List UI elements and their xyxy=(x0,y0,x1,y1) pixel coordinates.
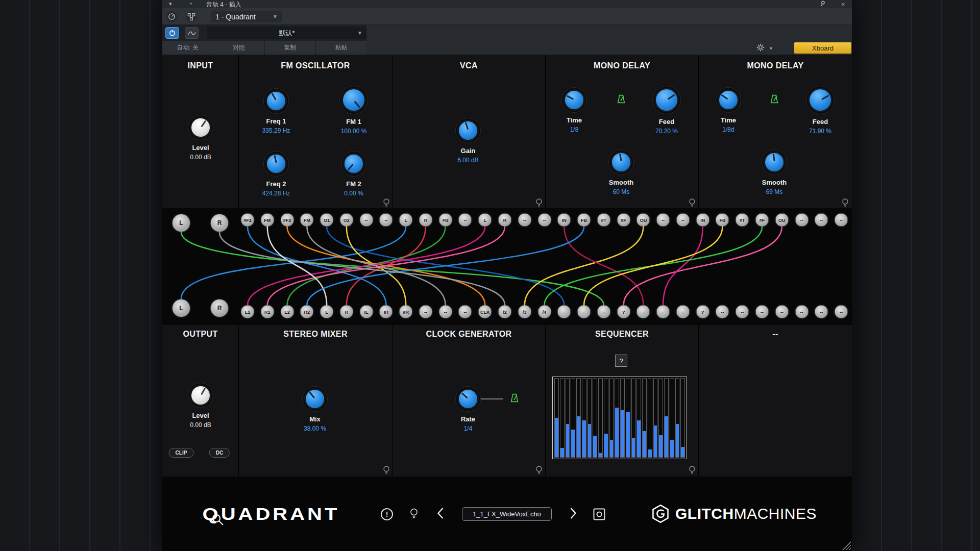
sequencer-step-19[interactable] xyxy=(658,378,663,458)
patch-port-bottom-26[interactable]: -- xyxy=(755,305,769,319)
patch-port-top-8[interactable]: L xyxy=(399,213,413,227)
patch-port-bottom-main-R[interactable]: R xyxy=(210,299,229,317)
prev-preset-chevron[interactable] xyxy=(437,508,444,521)
sequencer-step-5[interactable] xyxy=(582,378,586,458)
patch-port-top-25[interactable]: #T xyxy=(736,213,749,227)
lightbulb-icon[interactable] xyxy=(842,198,849,209)
patch-port-bottom-6[interactable]: IL xyxy=(359,305,373,319)
vca_gain-knob[interactable] xyxy=(455,118,481,143)
patch-port-top-main-L[interactable]: L xyxy=(172,214,190,232)
d2_feed-knob[interactable] xyxy=(806,86,835,114)
patch-port-bottom-16[interactable]: → xyxy=(557,305,571,319)
patch-port-top-22[interactable]: -- xyxy=(676,213,690,227)
lightbulb-icon[interactable] xyxy=(383,465,390,477)
patch-port-bottom-27[interactable]: -- xyxy=(775,305,789,319)
lightbulb-icon[interactable] xyxy=(535,198,543,209)
in_level-knob[interactable] xyxy=(188,115,213,140)
fm_freq2-knob[interactable] xyxy=(263,151,289,177)
sequencer-random-button[interactable]: ? xyxy=(615,355,627,367)
sequencer-step-8[interactable] xyxy=(598,378,603,458)
sequencer-step-11[interactable] xyxy=(615,378,619,458)
patch-port-bottom-9[interactable]: -- xyxy=(419,305,432,319)
patch-port-bottom-15[interactable]: /4 xyxy=(537,305,551,319)
sequencer-step-16[interactable] xyxy=(642,378,647,458)
d2_smooth-knob[interactable] xyxy=(762,149,787,175)
d1_smooth-knob[interactable] xyxy=(608,149,634,175)
patch-port-top-16[interactable]: IN xyxy=(557,213,571,227)
sequencer-step-3[interactable] xyxy=(571,378,575,458)
patch-port-bottom-2[interactable]: L2 xyxy=(280,305,294,319)
metronome-sync-icon[interactable] xyxy=(769,94,780,107)
patch-port-top-13[interactable]: R xyxy=(498,213,512,227)
save-preset-icon[interactable] xyxy=(594,509,605,520)
patch-port-top-3[interactable]: FM xyxy=(300,213,314,227)
patch-port-top-1[interactable]: FM xyxy=(260,213,274,227)
fm_freq1-knob[interactable] xyxy=(263,88,289,114)
patch-port-bottom-20[interactable]: → xyxy=(636,305,650,319)
d1_feed-knob[interactable] xyxy=(652,86,681,114)
patch-port-top-20[interactable]: OU xyxy=(636,213,650,227)
sequencer-step-13[interactable] xyxy=(626,378,630,458)
patch-port-top-main-R[interactable]: R xyxy=(210,214,229,232)
sequencer-step-4[interactable] xyxy=(576,378,581,458)
panic-icon[interactable]: ! xyxy=(381,508,393,520)
patch-port-bottom-main-L[interactable]: L xyxy=(172,299,190,317)
lightbulb-icon[interactable] xyxy=(410,508,419,521)
sequencer-step-display[interactable] xyxy=(552,377,687,459)
patch-port-bottom-28[interactable]: -- xyxy=(795,305,808,319)
patch-port-top-21[interactable]: -- xyxy=(656,213,670,227)
sequencer-step-9[interactable] xyxy=(604,378,608,458)
sequencer-step-20[interactable] xyxy=(664,378,669,458)
patch-port-bottom-13[interactable]: /2 xyxy=(498,305,512,319)
sequencer-step-12[interactable] xyxy=(620,378,625,458)
patch-port-bottom-8[interactable]: #R xyxy=(399,305,413,319)
patch-port-top-18[interactable]: #T xyxy=(597,213,610,227)
patch-port-bottom-1[interactable]: R1 xyxy=(260,305,274,319)
patch-port-top-23[interactable]: IN xyxy=(696,213,709,227)
patch-port-top-12[interactable]: L xyxy=(478,213,492,227)
sequencer-step-17[interactable] xyxy=(648,378,652,458)
sequencer-step-1[interactable] xyxy=(560,378,565,458)
patch-port-top-17[interactable]: FB xyxy=(577,213,591,227)
patch-port-bottom-24[interactable]: -- xyxy=(716,305,729,319)
sequencer-step-21[interactable] xyxy=(670,378,674,458)
metronome-sync-icon[interactable] xyxy=(509,393,520,406)
patch-port-bottom-14[interactable]: /3 xyxy=(518,305,531,319)
sequencer-step-23[interactable] xyxy=(680,378,685,458)
patch-port-top-0[interactable]: #F1 xyxy=(241,213,255,227)
patch-port-top-4[interactable]: O1 xyxy=(320,213,334,227)
next-preset-chevron[interactable] xyxy=(570,508,577,521)
patch-port-bottom-3[interactable]: R2 xyxy=(300,305,314,319)
sequencer-step-7[interactable] xyxy=(593,378,597,458)
patch-port-top-9[interactable]: R xyxy=(419,213,432,227)
preset-name-field[interactable]: 1_1_FX_WideVoxEcho xyxy=(462,507,552,521)
patch-port-top-28[interactable]: -- xyxy=(795,213,808,227)
clip-button[interactable]: CLIP xyxy=(169,448,194,458)
patch-port-top-15[interactable]: -- xyxy=(537,213,551,227)
patch-port-bottom-4[interactable]: L xyxy=(320,305,334,319)
patch-port-bottom-0[interactable]: L1 xyxy=(241,305,255,319)
patch-port-bottom-11[interactable]: -- xyxy=(458,305,472,319)
sequencer-step-15[interactable] xyxy=(636,378,641,458)
patch-port-top-27[interactable]: OU xyxy=(775,213,789,227)
patch-port-bottom-25[interactable]: -- xyxy=(736,305,749,319)
sequencer-step-18[interactable] xyxy=(653,378,658,458)
patch-port-top-14[interactable]: -- xyxy=(518,213,531,227)
patch-port-top-5[interactable]: O2 xyxy=(339,213,353,227)
patch-port-bottom-29[interactable]: -- xyxy=(815,305,828,319)
dc-button[interactable]: DC xyxy=(209,448,230,458)
patch-port-bottom-10[interactable]: -- xyxy=(438,305,452,319)
patch-port-bottom-19[interactable]: ? xyxy=(617,305,630,319)
patch-port-top-24[interactable]: FB xyxy=(716,213,729,227)
rate-knob[interactable] xyxy=(455,386,481,412)
sequencer-step-0[interactable] xyxy=(554,378,559,458)
mix-knob[interactable] xyxy=(302,386,328,412)
fm_fm1-knob[interactable] xyxy=(339,86,368,114)
fm_fm2-knob[interactable] xyxy=(341,151,366,177)
patch-port-top-6[interactable]: -- xyxy=(359,213,373,227)
sequencer-step-6[interactable] xyxy=(587,378,592,458)
patch-port-top-11[interactable]: -- xyxy=(458,213,472,227)
patch-port-bottom-12[interactable]: CLK xyxy=(478,305,492,319)
sequencer-step-22[interactable] xyxy=(675,378,680,458)
patch-port-top-30[interactable]: -- xyxy=(835,213,848,227)
